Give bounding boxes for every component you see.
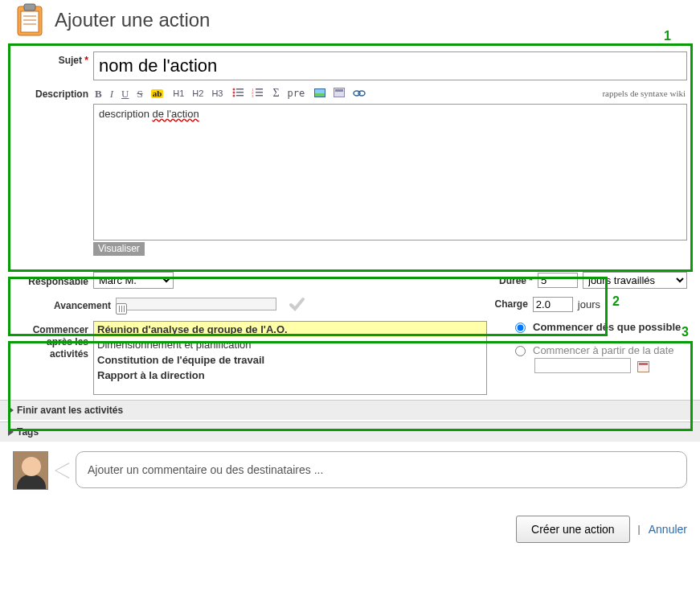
table-button[interactable] (334, 88, 345, 99)
svg-rect-1 (21, 11, 39, 32)
create-action-button[interactable]: Créer une action (516, 516, 630, 543)
annotation-number-1: 1 (664, 29, 671, 43)
calendar-icon[interactable] (637, 361, 649, 372)
annotation-number-3: 3 (682, 325, 689, 339)
avatar (13, 451, 48, 490)
comment-input[interactable]: Ajouter un commentaire ou des destinatai… (76, 451, 687, 488)
page-title: Ajouter une action (55, 9, 210, 31)
page-header: Ajouter une action (0, 0, 700, 45)
annotation-number-2: 2 (612, 294, 620, 309)
clipboard-icon (13, 3, 47, 37)
progress-slider[interactable] (116, 298, 276, 310)
cancel-link[interactable]: Annuler (649, 523, 687, 536)
speech-pointer-icon (55, 462, 69, 479)
svg-rect-2 (24, 4, 35, 10)
